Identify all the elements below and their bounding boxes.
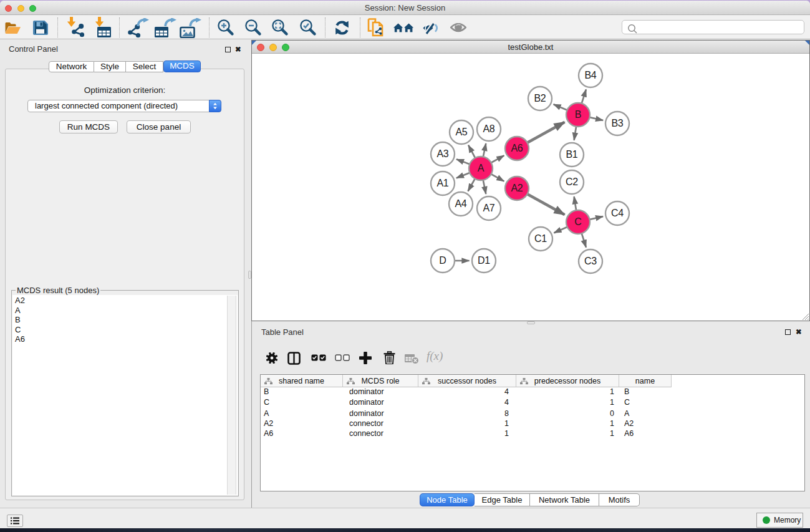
svg-text:A6: A6 — [511, 143, 523, 153]
svg-text:B: B — [575, 109, 581, 120]
svg-text:A8: A8 — [483, 123, 495, 134]
svg-text:A4: A4 — [455, 198, 467, 209]
svg-text:B3: B3 — [612, 118, 624, 128]
svg-text:C1: C1 — [534, 233, 547, 244]
svg-text:D1: D1 — [478, 255, 490, 266]
svg-text:C2: C2 — [566, 177, 578, 187]
svg-text:A7: A7 — [483, 203, 495, 213]
svg-text:Memory: Memory — [774, 516, 801, 525]
svg-text:B4: B4 — [585, 70, 597, 80]
svg-text:A3: A3 — [437, 148, 449, 159]
svg-text:C: C — [574, 216, 581, 227]
svg-text:A2: A2 — [511, 183, 523, 193]
svg-text:A: A — [478, 163, 485, 173]
svg-text:B2: B2 — [534, 93, 546, 104]
svg-text:A1: A1 — [437, 178, 449, 188]
svg-text:B1: B1 — [566, 149, 578, 160]
svg-text:C3: C3 — [584, 256, 597, 266]
svg-text:D: D — [439, 255, 446, 266]
svg-text:C4: C4 — [611, 208, 624, 218]
svg-text:A5: A5 — [456, 127, 468, 137]
